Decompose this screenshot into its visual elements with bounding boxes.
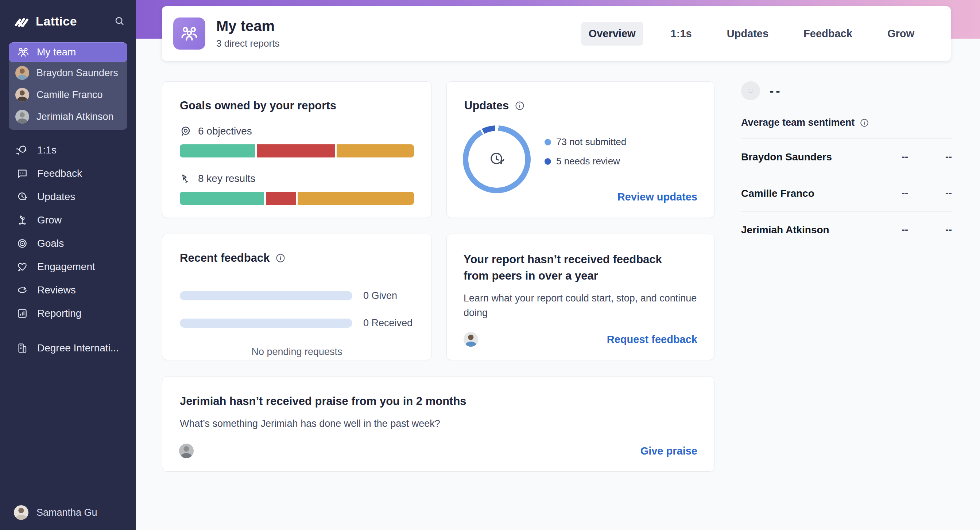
nav-label: 1:1s: [37, 144, 57, 156]
info-icon[interactable]: [860, 118, 869, 128]
sentiment-smiley-icon: [741, 81, 760, 100]
updates-card: Updates 73 not submitted 5 needs review: [446, 81, 714, 218]
avatar: [14, 505, 29, 520]
give-praise-link[interactable]: Give praise: [640, 445, 697, 457]
team-section: My team Braydon Saunders Camille Franco …: [9, 42, 127, 130]
objectives-progressing-segment: [337, 144, 414, 157]
sidebar-item-my-team[interactable]: My team: [9, 42, 127, 62]
sidebar-item-goals[interactable]: Goals: [0, 232, 136, 255]
lattice-logo-icon: [14, 14, 30, 29]
objective-icon: [180, 125, 191, 137]
header-tabs: Overview 1:1s Updates Feedback Grow: [581, 22, 922, 46]
updates-card-title: Updates: [464, 99, 509, 112]
goals-card-title: Goals owned by your reports: [180, 99, 414, 112]
kr-on-track-segment: [180, 192, 264, 205]
tab-updates[interactable]: Updates: [719, 22, 776, 46]
sidebar-item-updates[interactable]: Updates: [0, 185, 136, 208]
search-icon[interactable]: [114, 16, 125, 27]
sentiment-average-value: --: [770, 84, 782, 98]
reporting-icon: [16, 308, 29, 319]
key-result-icon: [180, 173, 191, 184]
sidebar-item-1-1s[interactable]: 1:1s: [0, 138, 136, 162]
request-feedback-link[interactable]: Request feedback: [607, 333, 697, 346]
user-name: Samantha Gu: [37, 507, 97, 518]
tab-1-1s[interactable]: 1:1s: [663, 22, 699, 46]
no-pending-requests-text: No pending requests: [180, 346, 414, 358]
key-results-progress-bar: [180, 192, 414, 205]
sidebar: Lattice My team Braydon Saunders: [0, 0, 136, 530]
sentiment-value: --: [864, 188, 908, 199]
feedback-prompt-title: Your report hasn’t received feedback fro…: [463, 252, 690, 284]
tab-grow[interactable]: Grow: [880, 22, 922, 46]
sentiment-value: --: [864, 224, 908, 235]
team-tile-icon: [173, 17, 205, 49]
sidebar-item-reporting[interactable]: Reporting: [0, 302, 136, 325]
updates-donut-chart[interactable]: [463, 125, 531, 193]
sidebar-item-braydon-saunders[interactable]: Braydon Saunders: [9, 62, 127, 84]
app-title: Lattice: [36, 14, 77, 29]
sidebar-item-feedback[interactable]: Feedback: [0, 162, 136, 185]
sentiment-row[interactable]: Jerimiah Atkinson -- --: [741, 212, 952, 248]
kr-progressing-segment: [298, 192, 414, 205]
legend-not-submitted: 73 not submitted: [544, 136, 626, 148]
lattice-logo[interactable]: Lattice: [14, 14, 114, 29]
member-name: Camille Franco: [37, 89, 103, 101]
team-icon: [17, 47, 30, 57]
goals-card: Goals owned by your reports 6 objectives…: [162, 81, 432, 218]
member-name: Jerimiah Atkinson: [741, 224, 864, 236]
sentiment-value: --: [864, 151, 908, 163]
sentiment-value: --: [908, 151, 952, 163]
info-icon[interactable]: [515, 101, 525, 111]
praise-body: What’s something Jerimiah has done well …: [180, 416, 697, 431]
chat-icon: [16, 144, 29, 156]
legend-dot-not-submitted: [544, 139, 551, 146]
grow-icon: [16, 214, 29, 226]
feedback-received-bar: [180, 319, 352, 328]
nav-label: Updates: [37, 191, 75, 203]
praise-prompt-card: Jerimiah hasn’t received praise from you…: [162, 376, 714, 472]
sidebar-item-grow[interactable]: Grow: [0, 208, 136, 232]
objectives-progress-bar: [180, 144, 414, 157]
nav-label: Reporting: [37, 308, 81, 319]
legend-dot-needs-review: [544, 158, 551, 165]
sentiment-row[interactable]: Camille Franco -- --: [741, 175, 952, 212]
sidebar-item-engagement[interactable]: Engagement: [0, 255, 136, 278]
engagement-icon: [16, 261, 29, 273]
page-title: My team: [216, 18, 279, 34]
member-name: Braydon Saunders: [37, 67, 118, 79]
sentiment-value: --: [908, 188, 952, 199]
recent-feedback-title: Recent feedback: [180, 252, 269, 265]
objectives-count: 6 objectives: [198, 125, 252, 137]
sentiment-value: --: [908, 224, 952, 235]
page-subtitle: 3 direct reports: [216, 38, 279, 49]
page-header: My team 3 direct reports Overview 1:1s U…: [162, 6, 951, 61]
review-updates-link[interactable]: Review updates: [617, 191, 697, 203]
info-icon[interactable]: [275, 253, 286, 263]
goals-icon: [16, 238, 29, 249]
sidebar-item-org[interactable]: Degree Internati...: [0, 337, 136, 359]
avatar: [179, 444, 194, 458]
sentiment-row[interactable]: Braydon Saunders -- --: [741, 139, 952, 175]
feedback-given-bar: [180, 291, 352, 300]
sidebar-item-reviews[interactable]: Reviews: [0, 278, 136, 302]
sidebar-item-jerimiah-atkinson[interactable]: Jerimiah Atkinson: [9, 106, 127, 128]
reviews-icon: [16, 284, 29, 296]
tab-feedback[interactable]: Feedback: [796, 22, 860, 46]
tab-overview[interactable]: Overview: [581, 22, 643, 46]
avatar: [15, 88, 29, 102]
user-menu[interactable]: Samantha Gu: [0, 505, 136, 530]
updates-icon: [488, 151, 506, 168]
feedback-prompt-card: Your report hasn’t received feedback fro…: [446, 234, 714, 360]
building-icon: [16, 342, 29, 354]
key-results-count: 8 key results: [198, 173, 255, 184]
member-name: Jerimiah Atkinson: [37, 111, 114, 122]
updates-icon: [16, 191, 29, 203]
feedback-icon: [16, 168, 29, 179]
nav-label: Engagement: [37, 261, 95, 273]
sidebar-item-label: My team: [37, 46, 76, 58]
member-name: Camille Franco: [741, 188, 864, 199]
nav-label: Reviews: [37, 284, 76, 296]
nav-label: Goals: [37, 238, 64, 249]
praise-title: Jerimiah hasn’t received praise from you…: [180, 393, 697, 410]
sidebar-item-camille-franco[interactable]: Camille Franco: [9, 84, 127, 106]
